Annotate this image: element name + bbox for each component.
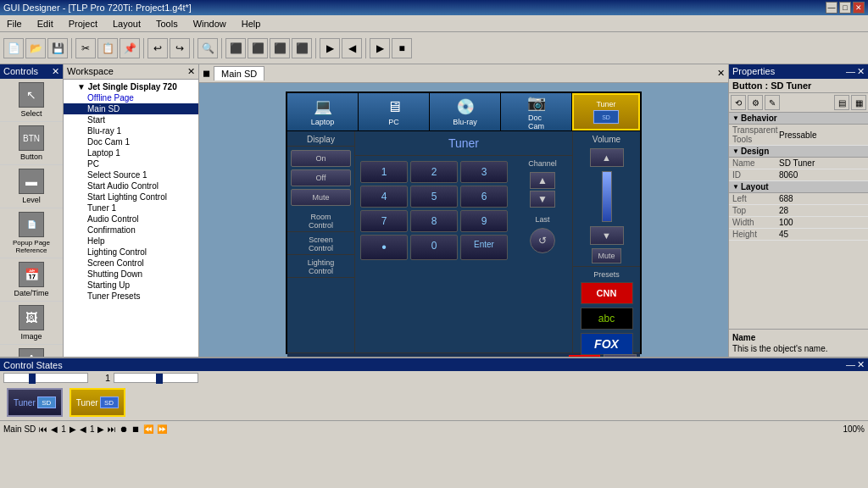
prop-view-1[interactable]: ▤ (834, 95, 849, 110)
num-2[interactable]: 2 (410, 161, 458, 183)
num-enter[interactable]: Enter (460, 235, 508, 260)
workspace-close[interactable]: ✕ (187, 66, 195, 77)
source-laptop[interactable]: 💻 Laptop (287, 93, 359, 130)
prop-tool-1[interactable]: ⟲ (731, 95, 746, 110)
tree-tuner-1[interactable]: Tuner 1 (64, 202, 198, 214)
volume-mute[interactable]: Mute (592, 248, 620, 263)
menu-file[interactable]: File (3, 17, 25, 30)
tree-root-item[interactable]: ▼ Jet Single Display 720 (64, 81, 198, 92)
menu-project[interactable]: Project (65, 17, 101, 30)
volume-up[interactable]: ▲ (590, 148, 624, 167)
state-slider-1[interactable] (3, 373, 88, 383)
tree-main-sd[interactable]: Main SD (64, 103, 198, 114)
num-9[interactable]: 9 (460, 210, 508, 232)
new-button[interactable]: 📄 (3, 38, 24, 58)
num-3[interactable]: 3 (460, 161, 508, 183)
preset-cnn[interactable]: CNN (581, 282, 633, 304)
align-center-button[interactable]: ⬛ (248, 38, 268, 58)
num-7[interactable]: 7 (360, 210, 408, 232)
audio-control-button[interactable]: AudioControl (604, 354, 637, 358)
search-button[interactable]: 🔍 (198, 38, 218, 58)
stop-button[interactable]: ⏹ (131, 424, 140, 434)
num-5[interactable]: 5 (410, 186, 458, 208)
tree-pc[interactable]: PC (64, 158, 198, 169)
num-6[interactable]: 6 (460, 186, 508, 208)
num-dot[interactable]: • (360, 235, 408, 260)
nav-prev-page[interactable]: ◀ (51, 424, 58, 434)
menu-window[interactable]: Window (190, 17, 230, 30)
control-select[interactable]: ↖ Select (0, 79, 63, 122)
align-right-button[interactable]: ⬛ (270, 38, 290, 58)
play-button[interactable]: ▶ (370, 38, 390, 58)
slider-1-thumb[interactable] (29, 374, 36, 384)
menu-tools[interactable]: Tools (153, 17, 181, 30)
preset-abc[interactable]: abc (581, 308, 633, 330)
prop-min[interactable]: — (846, 66, 855, 77)
nav-next[interactable]: ▶ (97, 424, 104, 434)
state-preview-active[interactable]: Tuner SD (70, 388, 125, 417)
tree-start[interactable]: Start (64, 114, 198, 125)
tree-doc-cam-1[interactable]: Doc Cam 1 (64, 136, 198, 147)
on-button[interactable]: On (291, 150, 351, 167)
left-val[interactable]: 688 (779, 194, 865, 203)
tree-lighting-control[interactable]: Lighting Control (64, 247, 198, 258)
controls-close[interactable]: ✕ (52, 66, 59, 77)
control-label[interactable]: A Label (0, 345, 63, 357)
tree-offline-page[interactable]: Offline Page (64, 92, 198, 103)
control-level[interactable]: ▬ Level (0, 165, 63, 208)
state-preview-normal[interactable]: Tuner SD (7, 388, 63, 417)
transparent-tools-val[interactable]: Pressable (779, 130, 865, 140)
prop-view-2[interactable]: ▦ (851, 95, 866, 110)
record-button[interactable]: ⏺ (120, 424, 128, 434)
top-val[interactable]: 28 (779, 206, 865, 215)
tree-start-audio[interactable]: Start Audio Control (64, 180, 198, 191)
paste-button[interactable]: 📌 (120, 38, 140, 58)
system-off-button[interactable]: SystemOff (569, 355, 600, 358)
num-0[interactable]: 0 (410, 235, 458, 260)
slider-2-thumb[interactable] (156, 374, 163, 384)
tree-audio-control[interactable]: Audio Control (64, 214, 198, 225)
state-slider-2[interactable] (114, 373, 198, 383)
open-button[interactable]: 📂 (25, 38, 46, 58)
copy-button[interactable]: 📋 (97, 38, 118, 58)
nav-next-page[interactable]: ▶ (70, 424, 76, 434)
states-min[interactable]: — (846, 359, 855, 370)
canvas-close-icon[interactable]: ✕ (717, 68, 725, 79)
volume-slider[interactable] (602, 171, 612, 222)
num-8[interactable]: 8 (410, 210, 458, 232)
nav-last[interactable]: ⏭ (108, 424, 116, 434)
width-val[interactable]: 100 (779, 218, 865, 227)
redo-button[interactable]: ↪ (170, 38, 190, 58)
control-datetime[interactable]: 📅 Date/Time (0, 258, 63, 302)
receive-button[interactable]: ◀ (342, 38, 362, 58)
states-close[interactable]: ✕ (857, 359, 865, 370)
minimize-button[interactable]: — (826, 2, 837, 14)
align-left-button[interactable]: ⬛ (225, 38, 246, 58)
tree-starting-up[interactable]: Starting Up (64, 280, 198, 291)
tree-select-source[interactable]: Select Source 1 (64, 169, 198, 180)
menu-edit[interactable]: Edit (34, 17, 57, 30)
tree-tuner-presets[interactable]: Tuner Presets (64, 291, 198, 302)
prop-tool-2[interactable]: ⚙ (748, 95, 763, 110)
source-pc[interactable]: 🖥 PC (359, 93, 430, 130)
tree-confirmation[interactable]: Confirmation (64, 225, 198, 236)
num-1[interactable]: 1 (360, 161, 408, 183)
save-button[interactable]: 💾 (47, 38, 68, 58)
prop-close[interactable]: ✕ (857, 66, 865, 77)
mute-button[interactable]: Mute (291, 189, 351, 206)
menu-layout[interactable]: Layout (109, 17, 144, 30)
forward-button[interactable]: ⏩ (157, 424, 167, 434)
prop-tool-3[interactable]: ✎ (765, 95, 780, 110)
off-button[interactable]: Off (291, 169, 351, 186)
control-popup-page[interactable]: 📄 Popup Page Reference (0, 208, 63, 258)
maximize-button[interactable]: □ (839, 2, 851, 14)
close-button[interactable]: ✕ (853, 2, 865, 14)
last-button[interactable]: ↺ (530, 228, 555, 253)
menu-help[interactable]: Help (238, 17, 264, 30)
playback-button[interactable]: ⏪ (143, 424, 153, 434)
control-button[interactable]: BTN Button (0, 122, 63, 165)
stop-button[interactable]: ■ (392, 38, 412, 58)
tree-laptop-1[interactable]: Laptop 1 (64, 147, 198, 158)
channel-down[interactable]: ▼ (530, 191, 555, 208)
id-val[interactable]: 8060 (779, 170, 865, 180)
